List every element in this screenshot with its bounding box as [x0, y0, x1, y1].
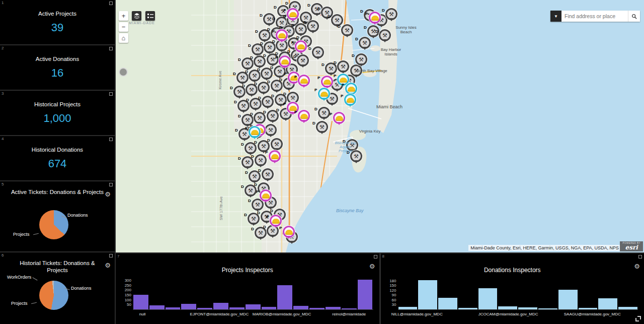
pie-slice-label: WorkOrders [7, 275, 31, 280]
gear-icon[interactable]: ⚙ [105, 262, 111, 269]
x-axis-labels: nullEJPONT@miamidade.gov_MDCMARIOB@miami… [133, 312, 373, 318]
pie-title: Active Tickets: Donations & Projects [0, 188, 115, 196]
bar[interactable] [618, 307, 637, 309]
pie-callout-line [31, 302, 37, 304]
bar[interactable] [246, 304, 261, 309]
bar[interactable] [197, 308, 212, 309]
layers-button[interactable] [132, 11, 141, 21]
panel-expand-icon[interactable] [109, 138, 113, 141]
y-tick-label: 60 [392, 298, 396, 302]
search-source-dropdown[interactable]: ▼ [550, 11, 561, 22]
bar[interactable] [398, 307, 418, 309]
panel-expand-icon[interactable] [109, 92, 113, 96]
map-labels: MIAMI-DADEMiami BeachNorth Bay VillageBa… [116, 0, 644, 252]
bar[interactable] [342, 308, 357, 309]
panel-number: 2 [2, 46, 4, 50]
y-axis: 180150120906030 [385, 279, 398, 310]
pie-slice-label: Donations [67, 213, 88, 218]
bar[interactable] [478, 288, 498, 309]
bar[interactable] [358, 280, 373, 309]
pie-chart[interactable] [39, 210, 68, 239]
y-tick-label: 100 [125, 298, 131, 302]
pie-chart[interactable] [39, 281, 68, 310]
layers-icon [133, 13, 140, 20]
pie-slice-label: Projects [13, 232, 30, 237]
bar[interactable] [309, 308, 325, 309]
pie-panel-active-tickets: 5 ⚙ Active Tickets: Donations & Projects… [0, 181, 115, 251]
bar[interactable] [498, 306, 517, 309]
search-widget: ▼ [550, 11, 640, 22]
stat-title: Active Projects [31, 11, 84, 17]
panel-number: 6 [2, 253, 4, 257]
bar[interactable] [149, 305, 165, 309]
x-axis-labels: NILL@miamidade.gov_MDCJCOCAM@miamidade.g… [398, 312, 638, 318]
map-label: North Bay Village [356, 69, 387, 73]
pie-panel-historical-tickets: 6 ⚙ Historial Tickets: Donations & Proje… [0, 252, 115, 324]
zoom-out-button[interactable]: − [119, 22, 128, 32]
bar[interactable] [293, 306, 308, 309]
gear-icon[interactable]: ⚙ [634, 263, 640, 270]
search-input[interactable] [561, 11, 628, 22]
stat-value: 1,000 [43, 112, 71, 125]
legend-button[interactable] [145, 11, 155, 21]
panel-expand-icon[interactable] [109, 183, 113, 186]
panel-expand-icon[interactable] [109, 2, 113, 5]
stat-title: Historical Projects [27, 101, 88, 107]
bar[interactable] [277, 285, 292, 309]
map[interactable]: D⚒D⚒D⚒D⚒D⚒D⚒D⚒D⚒D⚒D⚒D⚒D⚒D⚒D⚒D⚒D⚒D⚒D⚒D⚒D⚒… [116, 0, 644, 252]
stat-value: 16 [51, 67, 63, 80]
map-controls: + − ⌂ [119, 11, 128, 43]
bar-plot [133, 279, 373, 310]
chart-body: 30025020015010050 [120, 279, 373, 310]
search-icon [631, 13, 637, 20]
bar[interactable] [229, 307, 245, 309]
y-tick-label: 90 [392, 293, 396, 297]
bar[interactable] [133, 295, 148, 309]
x-tick-label: JCOCAM@miamidade.gov_MDC [478, 312, 538, 316]
locate-button[interactable] [119, 68, 128, 77]
panel-number: 7 [117, 254, 119, 258]
bar[interactable] [458, 308, 477, 309]
panel-number: 3 [2, 91, 4, 96]
esri-logo: POWERED BY esri [620, 241, 643, 251]
gear-icon[interactable]: ⚙ [105, 190, 111, 198]
panel-expand-icon[interactable] [109, 254, 113, 257]
panel-expand-icon[interactable] [109, 47, 113, 50]
bar[interactable] [598, 298, 617, 309]
y-tick-label: 300 [125, 279, 131, 283]
search-button[interactable] [628, 11, 640, 22]
dashboard: 1 Active Projects 39 2 Active Donations … [0, 0, 644, 324]
bar[interactable] [213, 303, 228, 309]
map-attribution: Miami-Dade County, Esri, HERE, Garmin, U… [468, 245, 621, 251]
left-sidebar: 1 Active Projects 39 2 Active Donations … [0, 0, 115, 324]
bar[interactable] [558, 290, 578, 309]
map-label: Miami Beach [376, 104, 403, 109]
zoom-in-button[interactable]: + [119, 11, 128, 21]
bar[interactable] [166, 307, 181, 309]
home-button[interactable]: ⌂ [119, 33, 128, 43]
bar[interactable] [326, 307, 341, 309]
bar[interactable] [262, 307, 277, 309]
chart-panel-projects-inspectors: 7 ⚙ Projects Inspectors 3002502001501005… [116, 253, 379, 324]
map-label: Biscayne Bay Aquatic Preserve [333, 141, 358, 153]
gear-icon[interactable]: ⚙ [369, 263, 375, 270]
pie-callout-line [33, 233, 39, 235]
stat-panel-active-donations: 2 Active Donations 16 [0, 45, 115, 90]
panel-expand-icon[interactable] [374, 255, 377, 258]
bar[interactable] [538, 308, 557, 310]
panel-number: 4 [2, 137, 4, 141]
y-tick-label: 150 [125, 293, 131, 297]
stat-panel-historical-projects: 3 Historical Projects 1,000 [0, 91, 115, 135]
chart-panel-donations-inspectors: 8 ⚙ Donations Inspectors 180150120906030… [381, 253, 644, 324]
panel-number: 5 [2, 182, 4, 186]
bar[interactable] [438, 298, 457, 309]
panel-expand-icon[interactable] [638, 255, 642, 258]
pie-slice-label: Projects [11, 301, 28, 306]
bar[interactable] [181, 304, 196, 309]
stat-value: 674 [48, 157, 67, 170]
x-tick-label: EJPONT@miamidade.gov_MDC [190, 312, 249, 316]
bar[interactable] [418, 280, 437, 309]
bar[interactable] [579, 308, 598, 309]
fullscreen-expand-icon[interactable] [635, 316, 641, 321]
bar[interactable] [518, 307, 537, 309]
